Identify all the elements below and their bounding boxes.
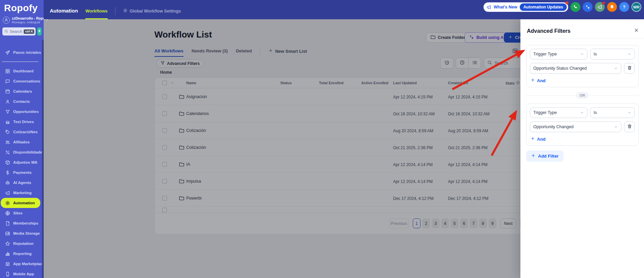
sidebar-item-ai-agents[interactable]: AI Agents — [1, 178, 40, 188]
search-shortcut-badge: ctrl K — [24, 29, 34, 34]
sidebar-item-reputation[interactable]: Reputation — [1, 238, 40, 249]
sidebar-item-label: CotizacióNes — [13, 130, 38, 134]
filter-field-select[interactable]: Trigger Type — [530, 107, 587, 118]
delete-filter-button[interactable] — [624, 63, 635, 74]
dashboard-icon — [5, 68, 10, 74]
filter-operator-select[interactable]: Is — [590, 107, 635, 118]
chevron-updown-icon — [38, 17, 42, 23]
box-icon — [5, 160, 10, 165]
plus-icon — [531, 136, 535, 142]
automation-updates-pill[interactable]: Automation Updates — [520, 3, 567, 11]
sidebar-item-label: Opportunities — [13, 110, 39, 114]
and-label: And — [537, 78, 545, 83]
sidebar-item-conversations[interactable]: Conversations — [1, 76, 40, 86]
and-condition-button[interactable]: And — [531, 78, 545, 83]
sidebar-item-label: Reputation — [13, 241, 34, 246]
sidebar: Ropofy zzDesarrollo - Ropofy Rionegro, A… — [0, 0, 44, 278]
filter-value-select[interactable]: Opportunity Changed — [530, 121, 621, 132]
sidebar-item-disponibilidades[interactable]: Disponibilidades — [1, 147, 40, 157]
sidebar-item-media-storage[interactable]: Media Storage — [1, 228, 40, 238]
sidebar-item-mobile-app[interactable]: Mobile App — [1, 269, 40, 278]
and-condition-button[interactable]: And — [531, 136, 545, 142]
sidebar-item-label: Dashboard — [13, 69, 34, 73]
chevron-down-icon — [580, 52, 584, 56]
global-workflow-settings-button[interactable]: Global Workflow Settings — [123, 8, 181, 19]
sidebar-item-pasos-iniciales[interactable]: Pasos iniciales — [1, 47, 40, 57]
trash-icon — [627, 65, 632, 71]
or-divider: OR — [526, 92, 639, 99]
notification-badge — [602, 1, 605, 5]
advanced-filters-panel: Advanced Filters Trigger TypeIsOpportuni… — [520, 19, 644, 278]
and-label: And — [537, 137, 545, 142]
select-value: Opportunity Status Changed — [533, 66, 612, 71]
notifications-button[interactable] — [607, 2, 617, 12]
sidebar-item-memberships[interactable]: Memberships — [1, 218, 40, 228]
filter-operator-select[interactable]: Is — [590, 49, 635, 60]
sidebar-item-payments[interactable]: Payments — [1, 167, 40, 178]
sidebar-item-automation[interactable]: Automation — [1, 198, 40, 208]
topbar-tab-automation[interactable]: Automation — [50, 8, 78, 19]
document-icon — [5, 221, 10, 226]
announcement-icon — [487, 5, 491, 9]
sidebar-item-label: Contacts — [13, 99, 30, 103]
sidebar-item-marketing[interactable]: Marketing — [1, 188, 40, 198]
tag-icon — [5, 129, 10, 135]
star-icon — [5, 241, 10, 246]
panel-divider — [520, 38, 644, 39]
globe-icon — [5, 210, 10, 216]
gear-icon — [123, 8, 128, 14]
add-filter-button[interactable]: Add Filter — [526, 150, 563, 162]
sidebar-item-calendars[interactable]: Calendars — [1, 86, 40, 96]
sidebar-item-label: App Marketplace — [13, 262, 42, 266]
account-name: zzDesarrollo - Ropofy — [12, 16, 36, 20]
sidebar-item-label: Payments — [13, 170, 31, 175]
or-label: OR — [576, 92, 589, 99]
profile-button[interactable]: WR — [631, 2, 641, 12]
select-value: Opportunity Changed — [533, 124, 612, 129]
promotions-button[interactable] — [595, 2, 605, 12]
launchpad-button[interactable] — [583, 2, 593, 12]
funnel-icon — [5, 109, 10, 114]
sidebar-item-reporting[interactable]: Reporting — [1, 249, 40, 259]
topbar-tab-workflows[interactable]: Workflows — [85, 8, 108, 19]
sidebar-item-label: Memberships — [13, 221, 38, 225]
chevron-down-icon — [627, 52, 631, 56]
sidebar-item-cotizaci-nes[interactable]: CotizacióNes — [1, 127, 40, 137]
close-icon[interactable] — [634, 28, 639, 34]
sidebar-scrollbar[interactable] — [42, 40, 44, 278]
sidebar-item-label: Automation — [13, 201, 35, 205]
whats-new-button[interactable]: What's New Automation Updates — [484, 2, 568, 12]
brand-logo[interactable]: Ropofy — [0, 0, 44, 14]
chevron-down-icon — [580, 111, 584, 115]
panel-title: Advanced Filters — [527, 28, 571, 34]
filter-value-select[interactable]: Opportunity Status Changed — [530, 63, 621, 74]
media-icon — [5, 231, 10, 236]
sidebar-search-input[interactable]: Search ctrl K — [2, 27, 36, 36]
whats-new-label: What's New — [494, 5, 517, 9]
sidebar-item-adjuntos-wa[interactable]: Adjuntos WA — [1, 157, 40, 167]
sidebar-item-dashboard[interactable]: Dashboard — [1, 66, 40, 76]
mobile-icon — [5, 271, 10, 277]
topbar: Automation Workflows Global Workflow Set… — [44, 0, 644, 19]
delete-filter-button[interactable] — [624, 121, 635, 132]
sidebar-item-app-marketplace[interactable]: App Marketplace — [1, 259, 40, 269]
sidebar-item-label: AI Agents — [13, 181, 31, 185]
sidebar-item-sites[interactable]: Sites — [1, 208, 40, 218]
sidebar-item-afiliados[interactable]: Afiliados — [1, 137, 40, 147]
filter-row-field: Trigger TypeIs — [530, 49, 635, 60]
robot-icon — [5, 180, 10, 185]
sidebar-item-contacts[interactable]: Contacts — [1, 96, 40, 107]
chevron-down-icon — [614, 125, 618, 129]
sidebar-item-test-drives[interactable]: Test Drives — [1, 117, 40, 127]
sidebar-item-label: Afiliados — [13, 140, 30, 144]
sidebar-item-opportunities[interactable]: Opportunities — [1, 107, 40, 117]
notification-dot — [565, 1, 568, 4]
filter-field-select[interactable]: Trigger Type — [530, 49, 587, 60]
quick-actions-button[interactable] — [37, 27, 42, 36]
rocket-icon — [5, 50, 10, 55]
sidebar-item-label: Pasos iniciales — [13, 50, 41, 54]
account-switcher[interactable]: zzDesarrollo - Ropofy Rionegro, Antioqui… — [0, 14, 44, 27]
filter-row-value: Opportunity Status Changed — [530, 63, 635, 74]
phone-button[interactable] — [571, 2, 580, 12]
help-button[interactable]: ? — [619, 2, 629, 12]
